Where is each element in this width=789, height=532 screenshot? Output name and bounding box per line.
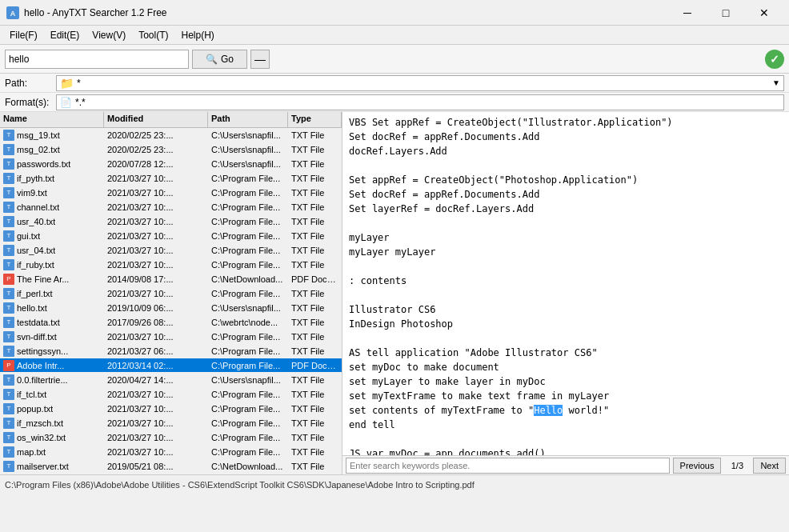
previous-button[interactable]: Previous — [673, 458, 722, 474]
table-row[interactable]: T 0.0.filtertrie... 2020/04/27 14:... C:… — [0, 373, 342, 387]
file-modified: 2020/04/27 14:... — [104, 375, 208, 385]
file-icon: T — [3, 230, 14, 242]
file-modified: 2021/03/27 06:... — [104, 346, 208, 356]
file-modified: 2020/02/25 23:... — [104, 145, 208, 154]
col-header-type[interactable]: Type — [288, 112, 342, 127]
col-header-modified[interactable]: Modified — [104, 112, 208, 127]
content-line: set myLayer to make layer in myDoc — [349, 374, 783, 389]
file-icon: T — [3, 187, 14, 198]
table-row[interactable]: T vim9.txt 2021/03/27 10:... C:\Program … — [0, 186, 342, 200]
path-dropdown-arrow[interactable]: ▼ — [772, 78, 780, 87]
table-row[interactable]: T if_perl.txt 2021/03/27 10:... C:\Progr… — [0, 286, 342, 301]
file-path: C:\Program File... — [208, 447, 288, 457]
file-icon: T — [3, 317, 14, 328]
file-name: usr_04.txt — [17, 246, 55, 255]
table-row[interactable]: T popup.txt 2021/03/27 10:... C:\Program… — [0, 402, 342, 416]
table-row[interactable]: T map.txt 2021/03/27 10:... C:\Program F… — [0, 445, 342, 459]
table-row[interactable]: T msg_02.txt 2020/02/25 23:... C:\Users\… — [0, 142, 342, 157]
minimize-button[interactable]: ─ — [669, 0, 706, 26]
table-row[interactable]: T if_mzsch.txt 2021/03/27 10:... C:\Prog… — [0, 416, 342, 430]
file-name: msg_19.txt — [17, 130, 60, 140]
file-path: C:\NetDownload... — [208, 274, 288, 284]
file-icon: T — [3, 461, 14, 472]
file-icon: T — [3, 158, 14, 170]
table-row[interactable]: P Adobe Intr... 2012/03/14 02:... C:\Pro… — [0, 358, 342, 373]
next-button[interactable]: Next — [753, 458, 786, 474]
file-icon: P — [3, 274, 14, 285]
table-row[interactable]: T passwords.txt 2020/07/28 12:... C:\Use… — [0, 157, 342, 171]
table-row[interactable]: P Adobe Intr... 2012/03/14 02:... C:\Pro… — [0, 474, 342, 474]
left-panel: Name Modified Path Type T msg_19.txt 202… — [0, 112, 342, 474]
file-modified: 2019/05/21 08:... — [104, 462, 208, 471]
stop-button[interactable]: — — [250, 50, 270, 69]
content-line: Set appRef = CreateObject("Photoshop.App… — [349, 173, 783, 187]
file-type: TXT File — [288, 231, 342, 241]
table-row[interactable]: T if_pyth.txt 2021/03/27 10:... C:\Progr… — [0, 171, 342, 186]
menu-edit[interactable]: Edit(E) — [44, 28, 86, 42]
table-row[interactable]: T msg_19.txt 2020/02/25 23:... C:\Users\… — [0, 128, 342, 142]
file-modified: 2021/03/27 10:... — [104, 433, 208, 442]
file-icon: T — [3, 216, 14, 227]
format-icon: 📄 — [60, 97, 72, 108]
file-path: C:\Program File... — [208, 217, 288, 226]
file-name: if_perl.txt — [17, 289, 53, 298]
table-row[interactable]: T gui.txt 2021/03/27 10:... C:\Program F… — [0, 229, 342, 243]
file-name: if_pyth.txt — [17, 174, 54, 183]
content-area: VBS Set appRef = CreateObject("Illustrat… — [342, 112, 789, 455]
window-controls: ─ □ ✕ — [669, 0, 783, 26]
table-row[interactable]: T svn-diff.txt 2021/03/27 10:... C:\Prog… — [0, 330, 342, 344]
content-line: VBS Set appRef = CreateObject("Illustrat… — [349, 115, 783, 130]
file-modified: 2021/03/27 10:... — [104, 418, 208, 428]
search-input[interactable] — [5, 50, 189, 69]
maximize-button[interactable]: □ — [707, 0, 744, 26]
file-type: TXT File — [288, 260, 342, 270]
file-icon: T — [3, 418, 14, 429]
file-path: C:\Program File... — [208, 404, 288, 414]
table-row[interactable]: T os_win32.txt 2021/03/27 10:... C:\Prog… — [0, 430, 342, 445]
menu-view[interactable]: View(V) — [86, 28, 132, 42]
file-type: TXT File — [288, 130, 342, 140]
table-row[interactable]: T testdata.txt 2017/09/26 08:... C:\webr… — [0, 315, 342, 330]
table-row[interactable]: T channel.txt 2021/03/27 10:... C:\Progr… — [0, 200, 342, 214]
file-modified: 2021/03/27 10:... — [104, 246, 208, 255]
table-row[interactable]: P The Fine Ar... 2014/09/08 17:... C:\Ne… — [0, 272, 342, 286]
menu-help[interactable]: Help(H) — [175, 28, 221, 42]
file-type: TXT File — [288, 159, 342, 169]
file-modified: 2021/03/27 10:... — [104, 231, 208, 241]
menu-file[interactable]: File(F) — [3, 28, 44, 42]
file-type: TXT File — [288, 318, 342, 327]
file-list-scroll[interactable]: T msg_19.txt 2020/02/25 23:... C:\Users\… — [0, 128, 342, 474]
file-type: TXT File — [288, 202, 342, 212]
file-modified: 2021/03/27 10:... — [104, 289, 208, 298]
status-icon: ✓ — [765, 50, 784, 69]
content-line: set contents of myTextFrame to "Hello wo… — [349, 403, 783, 418]
table-row[interactable]: T settingssyn... 2021/03/27 06:... C:\Pr… — [0, 344, 342, 358]
file-icon: T — [3, 288, 14, 299]
table-row[interactable]: T if_ruby.txt 2021/03/27 10:... C:\Progr… — [0, 258, 342, 272]
format-value: *.* — [75, 97, 780, 108]
file-path: C:\Program File... — [208, 289, 288, 298]
file-name: map.txt — [17, 447, 46, 457]
search-bottom-input[interactable] — [346, 458, 670, 474]
table-row[interactable]: T usr_40.txt 2021/03/27 10:... C:\Progra… — [0, 214, 342, 229]
page-indicator: 1/3 — [724, 461, 750, 470]
file-name: 0.0.filtertrie... — [17, 375, 68, 385]
table-row[interactable]: T hello.txt 2019/10/09 06:... C:\Users\s… — [0, 301, 342, 315]
table-row[interactable]: T mailserver.txt 2019/05/21 08:... C:\Ne… — [0, 459, 342, 474]
col-header-name[interactable]: Name — [0, 112, 104, 127]
menu-tool[interactable]: Tool(T) — [132, 28, 174, 42]
content-line: end tell — [349, 418, 783, 432]
file-name: passwords.txt — [17, 159, 70, 169]
go-button[interactable]: 🔍 Go — [192, 50, 247, 69]
col-header-path[interactable]: Path — [208, 112, 288, 127]
file-path: C:\Program File... — [208, 202, 288, 212]
table-row[interactable]: T usr_04.txt 2021/03/27 10:... C:\Progra… — [0, 243, 342, 258]
file-type: TXT File — [288, 375, 342, 385]
table-row[interactable]: T if_tcl.txt 2021/03/27 10:... C:\Progra… — [0, 387, 342, 402]
file-type: TXT File — [288, 390, 342, 399]
file-path: C:\Program File... — [208, 260, 288, 270]
file-icon: T — [3, 245, 14, 256]
file-type: TXT File — [288, 418, 342, 428]
close-button[interactable]: ✕ — [746, 0, 783, 26]
file-type: TXT File — [288, 346, 342, 356]
